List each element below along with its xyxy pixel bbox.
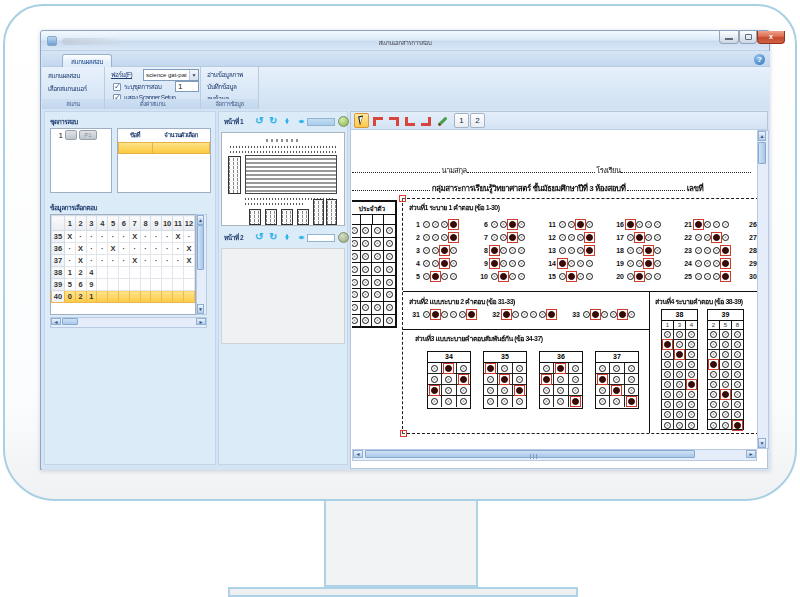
set-number-input[interactable]: 1 (175, 81, 199, 92)
minimize-button[interactable] (719, 31, 739, 44)
bubble (704, 260, 711, 267)
question-table-selected-row[interactable] (118, 142, 210, 154)
filled-bubble (577, 221, 584, 228)
scroll-left-button[interactable]: ◄ (51, 318, 61, 325)
page2-thumbnail[interactable] (221, 248, 345, 344)
page1-zoom-slider[interactable] (307, 118, 335, 126)
scroll-right-button[interactable]: ► (746, 450, 756, 458)
save-data-button[interactable]: บันทึกข้อมูล (207, 82, 236, 92)
pencil-tool[interactable] (434, 113, 449, 128)
set-number-checkbox[interactable] (113, 83, 121, 91)
bubble (599, 387, 606, 394)
exam-set-list[interactable]: 1 P1 (50, 128, 112, 193)
tab-scan-results[interactable]: สแกนผลสอบ (62, 54, 112, 67)
set-mini-button[interactable] (65, 130, 77, 140)
page1-thumbnail[interactable] (221, 132, 345, 226)
bubble (530, 311, 537, 318)
bubble (352, 279, 358, 286)
bubble (423, 247, 430, 254)
select-scanner-button[interactable]: เลือกสแกนเนอร์ (48, 84, 87, 94)
selection-handle-top[interactable] (399, 195, 406, 202)
maximize-button[interactable] (739, 31, 757, 44)
grid-row-39[interactable]: 39569 (52, 279, 195, 291)
cursor-tool-button[interactable] (354, 113, 369, 128)
rotate-right-icon[interactable]: ↻ (269, 231, 277, 243)
form-combobox[interactable]: science gat-pat▼ (143, 69, 199, 81)
part3-grid-35: 35 (483, 351, 527, 409)
grid-row-35[interactable]: 35X·····X···X· (52, 231, 195, 243)
combo-arrow-icon[interactable]: ▼ (189, 70, 198, 80)
flip-horizontal-icon[interactable] (282, 120, 292, 123)
scroll-thumb[interactable] (197, 225, 204, 270)
scroll-thumb[interactable] (365, 450, 695, 458)
scan-results-button[interactable]: สแกนผลสอบ (48, 71, 80, 81)
scroll-up-button[interactable]: ▲ (758, 131, 766, 141)
bubble (386, 253, 393, 260)
grid-row-37[interactable]: 37·X····X····X (52, 255, 195, 267)
page2-zoom-slider[interactable] (307, 234, 335, 242)
question-table[interactable]: ข้อที่ จำนวนตัวเลือก (117, 128, 211, 193)
bubble (627, 234, 634, 241)
bubble (654, 221, 661, 228)
filled-bubble (613, 387, 620, 394)
filled-bubble (636, 234, 643, 241)
bubble (722, 331, 729, 338)
bubble (722, 234, 729, 241)
filled-bubble (450, 234, 457, 241)
scroll-down-button[interactable]: ▼ (197, 304, 204, 314)
page1-button[interactable]: 1 (454, 113, 469, 128)
rotate-left-icon[interactable]: ↺ (255, 231, 263, 243)
scroll-thumb[interactable] (62, 318, 78, 325)
title-bar[interactable]: สแกนเอกสารการสอบ x (41, 31, 769, 51)
scroll-down-button[interactable]: ▼ (758, 438, 766, 448)
bubble (664, 351, 671, 358)
document-horizontal-scrollbar[interactable]: ◄► (352, 449, 757, 461)
grid-row-38[interactable]: 38124 (52, 267, 195, 279)
part4-grid-38: 38134 (661, 309, 698, 430)
grid-row-40[interactable]: 40021 (52, 291, 195, 303)
bubble (441, 311, 448, 318)
scroll-thumb[interactable] (758, 142, 766, 164)
grid-row-36[interactable]: 36·X··X······X (52, 243, 195, 255)
scroll-right-button[interactable]: ► (196, 318, 206, 325)
bubble (423, 311, 430, 318)
filled-bubble (734, 422, 741, 429)
grid-horizontal-scrollbar[interactable]: ◄► (50, 317, 207, 328)
rotate-left-icon[interactable]: ↺ (255, 115, 263, 127)
scroll-left-button[interactable]: ◄ (353, 450, 363, 458)
page1-status-orb[interactable] (338, 116, 349, 127)
corner-topright-tool[interactable] (386, 113, 401, 128)
bubble (645, 234, 652, 241)
bubble (487, 376, 494, 383)
filled-bubble (491, 260, 498, 267)
corner-bottomright-tool[interactable] (418, 113, 433, 128)
page2-status-orb[interactable] (338, 232, 349, 243)
help-icon[interactable]: ? (754, 54, 765, 65)
id-bubble-cell (361, 225, 373, 238)
bubble (664, 401, 671, 408)
exam-set-item[interactable]: 1 P1 (51, 129, 111, 141)
close-button[interactable]: x (757, 31, 785, 44)
flip-vertical-icon[interactable] (300, 233, 303, 243)
flip-vertical-icon[interactable] (300, 117, 303, 127)
id-bubble-cell (372, 315, 384, 328)
rotate-right-icon[interactable]: ↻ (269, 115, 277, 127)
app-window: สแกนเอกสารการสอบ x สแกนผลสอบ ? สแกนผลสอบ… (40, 30, 770, 470)
selection-handle-bottom[interactable] (400, 430, 407, 437)
scroll-up-button[interactable]: ▲ (197, 215, 204, 225)
grid-vertical-scrollbar[interactable]: ▲▼ (196, 214, 207, 315)
page2-button[interactable]: 2 (470, 113, 485, 128)
answer-data-grid[interactable]: 12345678910111235X·····X···X·36·X··X····… (50, 214, 196, 315)
corner-topleft-tool[interactable] (370, 113, 385, 128)
bubble (362, 304, 369, 311)
bubble (557, 398, 564, 405)
flip-horizontal-icon[interactable] (282, 236, 292, 239)
bubble (374, 279, 381, 286)
read-image-button[interactable]: อ่านข้อมูลภาพ (207, 70, 243, 80)
bubble (512, 311, 519, 318)
document-vertical-scrollbar[interactable]: ▲▼ (757, 130, 769, 449)
document-viewport[interactable]: นามสกุล โรงเรียน กลุ่มสาระการเรียนรู้วิท… (352, 130, 757, 449)
corner-bottomleft-tool[interactable] (402, 113, 417, 128)
set-p1-button[interactable]: P1 (79, 130, 97, 140)
bubble (374, 317, 381, 324)
